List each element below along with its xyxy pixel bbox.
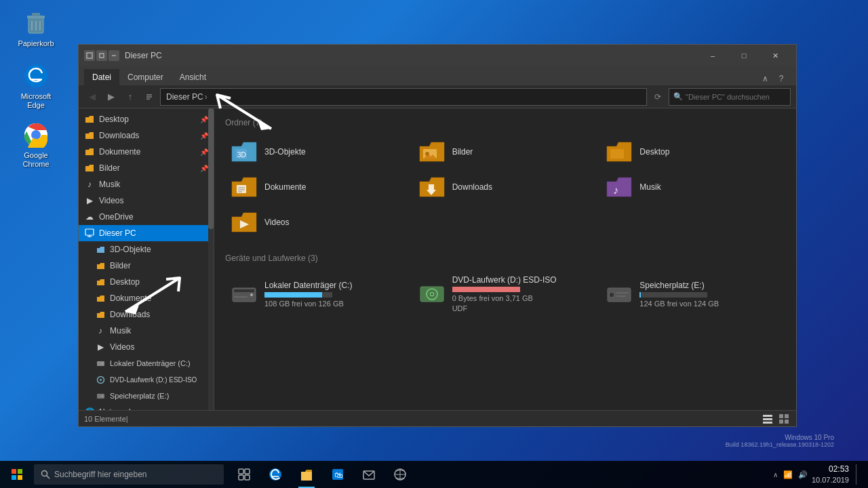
drive-item-speicher-e[interactable]: Speicherplatz (E:) 124 GB frei von 124 G…	[600, 271, 785, 317]
maximize-button[interactable]: □	[728, 45, 760, 66]
sidebar-scrollbar-track[interactable]	[208, 108, 214, 410]
taskbar-app-edge[interactable]	[260, 461, 290, 488]
ribbon-tab-computer[interactable]: Computer	[119, 69, 172, 85]
ribbon: Datei Computer Ansicht ∧ ?	[79, 66, 796, 85]
taskbar-app-store[interactable]: 🛍	[323, 461, 353, 488]
show-desktop-btn[interactable]	[856, 464, 860, 485]
network-systray-icon: 📶	[783, 470, 793, 479]
taskbar-app-extra[interactable]	[385, 461, 415, 488]
desktop-icon-recycle-bin[interactable]: Papierkorb	[12, 7, 60, 51]
svg-text:3D: 3D	[237, 151, 246, 159]
close-button[interactable]: ✕	[760, 45, 791, 66]
svg-rect-27	[610, 149, 624, 159]
taskbar-app-explorer[interactable]	[292, 461, 321, 488]
sidebar-item-dieser-pc[interactable]: Dieser PC	[79, 225, 214, 241]
search-icon: 🔍	[673, 92, 683, 101]
sidebar-item-musik-quick[interactable]: ♪ Musik	[79, 176, 214, 192]
up-button[interactable]: ↑	[122, 89, 138, 105]
minimize-button[interactable]: –	[697, 45, 728, 66]
title-icon-1	[84, 50, 95, 61]
ribbon-extra: ∧ ?	[758, 72, 791, 85]
sidebar-item-dvd[interactable]: DVD-Laufwerk (D:) ESD-ISO	[79, 371, 214, 388]
recent-paths-button[interactable]	[141, 89, 157, 105]
desktop-icon-chrome[interactable]: Google Chrome	[12, 119, 60, 171]
drive-item-dvd[interactable]: DVD-Laufwerk (D:) ESD-ISO 0 Bytes frei v…	[413, 271, 598, 317]
ribbon-tab-ansicht[interactable]: Ansicht	[172, 69, 214, 85]
systray: ∧ 📶 🔊	[773, 470, 808, 479]
sidebar-item-desktop[interactable]: Desktop	[79, 274, 214, 290]
systray-caret[interactable]: ∧	[773, 471, 778, 479]
folder-item-musik[interactable]: ♪ Musik	[600, 171, 785, 203]
sidebar-item-3d[interactable]: 3D-Objekte	[79, 241, 214, 258]
sidebar-item-downloads[interactable]: Downloads	[79, 306, 214, 323]
folder-item-videos[interactable]: Videos	[225, 206, 410, 239]
sidebar-scrollbar-thumb	[208, 108, 214, 229]
pin-icon: 📌	[200, 116, 208, 123]
taskbar-clock[interactable]: 02:53 10.07.2019	[812, 464, 849, 485]
sidebar-item-netzwerk[interactable]: 🌐 Netzwerk	[79, 404, 214, 410]
chrome-desktop-label: Google Chrome	[15, 151, 57, 169]
drive-c-bar	[264, 292, 322, 298]
folder-musik-icon: ♪	[606, 175, 633, 199]
folder-item-downloads[interactable]: Downloads	[413, 171, 598, 203]
taskbar-app-task-view[interactable]	[229, 461, 259, 488]
sidebar-item-downloads-quick[interactable]: Downloads 📌	[79, 127, 214, 144]
forward-button[interactable]: ▶	[103, 89, 119, 105]
svg-line-59	[47, 476, 50, 479]
ribbon-help-btn[interactable]: ?	[774, 72, 788, 85]
drive-e-icon	[95, 390, 106, 401]
svg-point-44	[609, 292, 614, 298]
ribbon-collapse-btn[interactable]: ∧	[758, 72, 772, 85]
folder-icon	[95, 293, 106, 304]
drive-item-local-c[interactable]: Lokaler Datenträger (C:) 108 GB frei von…	[225, 271, 410, 317]
network-icon: 🌐	[84, 407, 95, 410]
sidebar-item-dokumente[interactable]: Dokumente	[79, 290, 214, 306]
svg-rect-12	[87, 53, 92, 58]
sidebar-item-dokumente-quick[interactable]: Dokumente 📌	[79, 144, 214, 160]
desktop-icon-edge[interactable]: Microsoft Edge	[12, 60, 60, 113]
folder-item-bilder[interactable]: Bilder	[413, 136, 598, 168]
svg-rect-21	[97, 394, 104, 399]
drive-grid: Lokaler Datenträger (C:) 108 GB frei von…	[225, 271, 785, 317]
drive-e-icon	[606, 282, 633, 306]
taskbar-right: ∧ 📶 🔊 02:53 10.07.2019	[773, 464, 868, 485]
drive-icon	[95, 358, 106, 369]
volume-systray-icon[interactable]: 🔊	[798, 470, 808, 479]
title-bar-icons	[84, 50, 119, 61]
refresh-button[interactable]: ⟳	[650, 89, 666, 105]
folder-item-dokumente[interactable]: Dokumente	[225, 171, 410, 203]
sidebar-item-musik[interactable]: ♪ Musik	[79, 323, 214, 339]
ribbon-tab-datei[interactable]: Datei	[84, 69, 119, 85]
sidebar-item-videos[interactable]: ▶ Videos	[79, 339, 214, 355]
ribbon-tabs: Datei Computer Ansicht ∧ ?	[79, 66, 796, 85]
svg-rect-48	[763, 418, 772, 420]
sidebar-item-speicher-e[interactable]: Speicherplatz (E:)	[79, 388, 214, 404]
svg-point-9	[33, 131, 39, 138]
svg-rect-63	[245, 475, 250, 480]
sidebar-item-bilder[interactable]: Bilder	[79, 258, 214, 274]
svg-rect-61	[245, 469, 250, 474]
taskbar: Suchbegriff hier eingeben	[0, 461, 868, 488]
chrome-desktop-icon	[22, 121, 50, 148]
address-path-text: Dieser PC	[166, 92, 203, 102]
search-input[interactable]	[686, 93, 786, 101]
sidebar-item-desktop-quick[interactable]: Desktop 📌	[79, 111, 214, 127]
sidebar-item-bilder-quick[interactable]: Bilder 📌	[79, 160, 214, 176]
taskbar-apps: 🛍	[229, 461, 415, 488]
svg-point-37	[250, 293, 253, 296]
view-tiles-btn[interactable]	[777, 412, 791, 426]
view-details-btn[interactable]	[761, 412, 774, 426]
svg-rect-51	[785, 414, 789, 418]
folder-item-desktop[interactable]: Desktop	[600, 136, 785, 168]
back-button[interactable]: ◀	[84, 89, 100, 105]
taskbar-search[interactable]: Suchbegriff hier eingeben	[34, 464, 224, 485]
sidebar-item-videos-quick[interactable]: ▶ Videos	[79, 192, 214, 209]
taskbar-app-mail[interactable]	[354, 461, 384, 488]
folder-desktop-icon	[606, 140, 633, 164]
search-box[interactable]: 🔍	[669, 88, 791, 106]
address-path[interactable]: Dieser PC ›	[160, 88, 647, 106]
start-button[interactable]	[0, 461, 34, 488]
sidebar-item-local-c[interactable]: Lokaler Datenträger (C:)	[79, 355, 214, 371]
folder-item-3d[interactable]: 3D 3D-Objekte	[225, 136, 410, 168]
sidebar-item-onedrive[interactable]: ☁ OneDrive	[79, 209, 214, 225]
